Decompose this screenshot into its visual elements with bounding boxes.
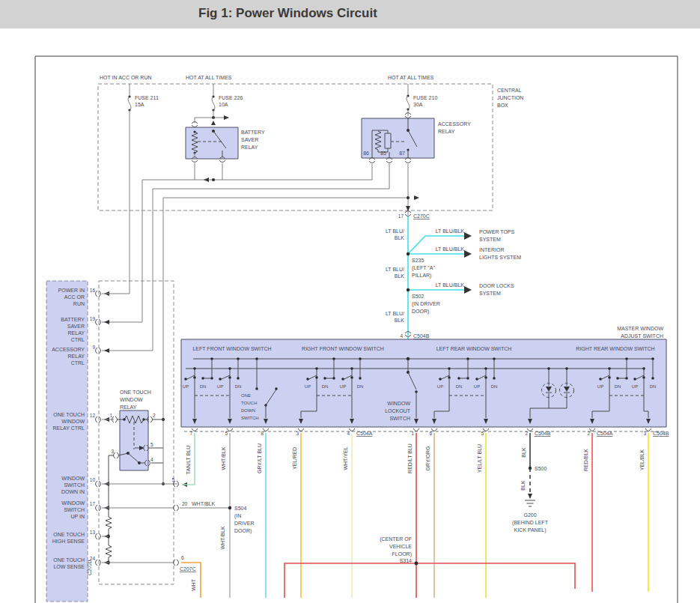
svg-text:DN: DN xyxy=(322,384,329,389)
cjb-label: BOX xyxy=(497,103,508,108)
svg-text:WINDOW: WINDOW xyxy=(61,419,85,424)
svg-text:12: 12 xyxy=(90,413,96,418)
svg-text:30A: 30A xyxy=(413,102,423,107)
svg-text:BLK: BLK xyxy=(395,273,405,279)
svg-text:SWITCH: SWITCH xyxy=(64,507,85,512)
svg-text:WHT/BLK: WHT/BLK xyxy=(220,526,225,549)
wire-label: YEL/RED xyxy=(292,447,297,470)
svg-text:RELAY: RELAY xyxy=(120,404,137,410)
svg-text:(IN DRIVER: (IN DRIVER xyxy=(412,301,440,307)
svg-text:RELAY CTRL: RELAY CTRL xyxy=(52,425,85,431)
svg-text:DN: DN xyxy=(491,384,498,389)
svg-text:9: 9 xyxy=(92,345,95,350)
accessory-relay: 30 ACCESSORY RELAY 86 85 87 xyxy=(362,113,471,216)
wiring-diagram: HOT IN ACC OR RUN HOT AT ALL TIMES HOT A… xyxy=(0,0,700,603)
svg-text:8: 8 xyxy=(261,431,264,436)
splice-label: S314 xyxy=(400,558,412,563)
splice-label: S502 xyxy=(412,294,424,299)
svg-text:RELAY: RELAY xyxy=(68,330,85,336)
svg-text:CTRL: CTRL xyxy=(71,360,85,366)
svg-text:DN: DN xyxy=(357,384,364,389)
svg-text:WINDOW: WINDOW xyxy=(120,397,143,402)
svg-text:BLK: BLK xyxy=(395,318,405,323)
svg-text:UP: UP xyxy=(183,384,189,389)
one-touch-window-relay: ONE TOUCH WINDOW RELAY 1 2 3 4 5 xyxy=(99,281,230,584)
svg-text:DOOR): DOOR) xyxy=(412,309,429,315)
svg-text:ACC OR: ACC OR xyxy=(64,294,85,300)
svg-text:19: 19 xyxy=(90,316,96,321)
svg-text:(BEHIND LEFT: (BEHIND LEFT xyxy=(512,520,549,526)
svg-text:SYSTEM: SYSTEM xyxy=(479,237,501,242)
svg-text:3: 3 xyxy=(111,449,114,454)
svg-text:DOOR): DOOR) xyxy=(234,528,252,534)
system-label: POWER TOPS xyxy=(479,229,515,234)
svg-text:FUSE 210: FUSE 210 xyxy=(413,95,437,100)
gem-module: POWER IN ACC OR RUN BATTERY SAVER RELAY … xyxy=(46,281,130,602)
svg-text:UP: UP xyxy=(305,384,311,389)
svg-text:DOWN IN: DOWN IN xyxy=(61,489,85,494)
battery-saver-relay: BATTERY SAVER RELAY xyxy=(186,115,265,180)
splice-label: S235 xyxy=(412,258,424,263)
svg-text:LIGHTS SYSTEM: LIGHTS SYSTEM xyxy=(479,255,521,260)
bottom-connector-row: 7 5 8 3 4 1 6 5 2 2 3 C504A C504B C504A … xyxy=(184,428,669,436)
connector-label: C201D xyxy=(87,560,92,575)
s314-bus: (CENTER OF VEHICLE FLOOR) S314 xyxy=(284,536,575,598)
gem-pin-numbers: 16 19 9 12 10 17 13 24 xyxy=(90,288,96,561)
svg-text:(IN: (IN xyxy=(234,513,241,519)
system-label: DOOR LOCKS xyxy=(479,283,514,288)
svg-text:BATTERY: BATTERY xyxy=(241,130,265,135)
svg-text:10: 10 xyxy=(90,477,96,482)
svg-text:2: 2 xyxy=(153,413,156,418)
svg-text:ACCESSORY: ACCESSORY xyxy=(438,121,471,127)
svg-text:SWITCH: SWITCH xyxy=(389,416,410,421)
wire-label: GRY/ORG xyxy=(425,446,430,471)
ground-branch: BLK S500 BLK G200 (BEHIND LEFT KICK PANE… xyxy=(512,433,549,533)
svg-text:6: 6 xyxy=(181,555,184,560)
svg-text:UP: UP xyxy=(632,384,638,389)
svg-text:MASTER WINDOW: MASTER WINDOW xyxy=(617,326,663,331)
pin-number: 17 xyxy=(398,213,404,219)
wire-label: GRY/LT BLU xyxy=(257,443,262,473)
svg-text:3: 3 xyxy=(643,431,646,436)
svg-text:DN: DN xyxy=(235,384,242,389)
splice-label: S504 xyxy=(234,506,246,511)
wire-label: WHT xyxy=(191,578,196,591)
system-label: INTERIOR xyxy=(479,247,504,252)
wire-label: LT BLU/BLK xyxy=(436,228,465,234)
svg-text:TOUCH: TOUCH xyxy=(241,401,257,405)
svg-text:4: 4 xyxy=(150,457,153,462)
wire-label: BLK xyxy=(521,447,526,458)
wire-label: WHT/BLK xyxy=(192,501,215,506)
svg-text:15A: 15A xyxy=(135,102,144,107)
interior-distribution: 17 C270C LT BLU/BLK LT BLU/BLK LT BLU/BL… xyxy=(386,206,521,359)
svg-text:UP: UP xyxy=(474,384,480,389)
svg-text:RELAY: RELAY xyxy=(68,354,85,359)
svg-text:10A: 10A xyxy=(219,102,228,107)
svg-text:FUSE 211: FUSE 211 xyxy=(135,95,159,100)
svg-text:DN: DN xyxy=(650,384,657,389)
svg-text:BATTERY: BATTERY xyxy=(61,317,85,322)
svg-text:LT BLU/: LT BLU/ xyxy=(386,267,404,272)
pin-number: 4 xyxy=(400,333,403,339)
svg-text:LOW SENSE: LOW SENSE xyxy=(53,564,85,569)
svg-text:FLOOR): FLOOR) xyxy=(392,551,412,557)
svg-text:DN: DN xyxy=(200,384,207,389)
svg-text:ONE: ONE xyxy=(241,393,251,398)
svg-text:2: 2 xyxy=(525,431,528,436)
svg-text:(LEFT "A": (LEFT "A" xyxy=(412,265,435,271)
svg-text:RELAY: RELAY xyxy=(241,145,258,150)
svg-text:LT BLU/: LT BLU/ xyxy=(386,228,404,234)
door-wiring: TAN/LT BLU WHT/BLK S504 (IN DRIVER DOOR)… xyxy=(181,433,648,598)
feed-label: HOT AT ALL TIMES xyxy=(186,75,232,80)
svg-text:UP: UP xyxy=(340,384,346,389)
svg-text:VEHICLE: VEHICLE xyxy=(389,544,412,549)
svg-text:SAVER: SAVER xyxy=(241,137,258,142)
svg-text:SAVER: SAVER xyxy=(67,324,85,329)
svg-text:DRIVER: DRIVER xyxy=(234,521,254,526)
fuse-210: FUSE 210 30A xyxy=(407,84,437,116)
switch-section-label: LEFT REAR WINDOW SWITCH xyxy=(436,346,512,351)
svg-text:5: 5 xyxy=(150,442,153,447)
svg-text:WINDOW: WINDOW xyxy=(387,401,410,406)
svg-text:UP: UP xyxy=(437,384,443,389)
svg-text:85: 85 xyxy=(380,151,386,156)
